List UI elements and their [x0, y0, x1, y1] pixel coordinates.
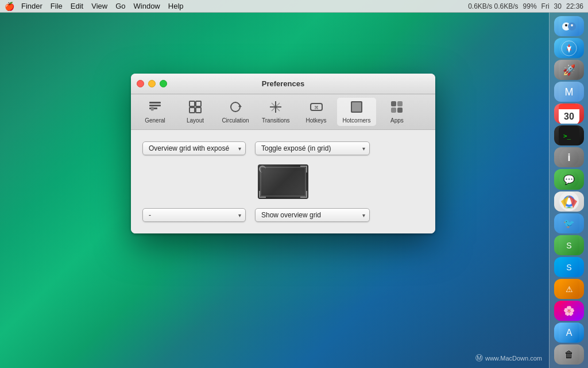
desktop: 🍎 Finder File Edit View Go Window Help 0…: [0, 0, 588, 368]
battery-indicator: 99%: [523, 2, 537, 10]
dock-safari[interactable]: [554, 38, 584, 58]
menu-file[interactable]: File: [51, 2, 63, 10]
svg-text:M: M: [564, 86, 573, 98]
window-title: Preferences: [262, 79, 304, 88]
menu-window[interactable]: Window: [134, 2, 160, 10]
dock-appstore[interactable]: A: [554, 323, 584, 343]
svg-rect-46: [189, 108, 195, 113]
day-label: Fri: [541, 2, 550, 10]
top-left-select[interactable]: Overview grid with exposé Show overview …: [142, 141, 246, 155]
maximize-button[interactable]: [160, 80, 167, 87]
tab-transitions[interactable]: Transitions: [256, 98, 296, 126]
svg-text:💬: 💬: [563, 174, 575, 185]
dock-skype[interactable]: S: [554, 257, 584, 277]
svg-point-4: [571, 24, 573, 26]
layout-icon: [188, 100, 202, 116]
top-right-select[interactable]: Toggle exposé (in grid) Show overview gr…: [255, 141, 370, 155]
clock: 22:36: [566, 2, 583, 10]
menubar: 🍎 Finder File Edit View Go Window Help 0…: [0, 0, 588, 13]
corner-bottom-right: [300, 191, 307, 198]
dock-chrome[interactable]: [554, 191, 584, 212]
bottom-right-select-wrapper[interactable]: Show overview grid Toggle exposé (in gri…: [255, 208, 370, 222]
tab-hotkeys[interactable]: ⌘ Hotkeys: [297, 98, 336, 126]
tab-hotcorners[interactable]: Hotcorners: [337, 98, 377, 126]
tab-hotcorners-label: Hotcorners: [343, 117, 371, 124]
menu-go[interactable]: Go: [115, 2, 125, 10]
svg-text:>_: >_: [563, 132, 571, 140]
tab-apps[interactable]: Apps: [377, 98, 416, 126]
svg-text:🌸: 🌸: [563, 305, 575, 316]
tab-hotkeys-label: Hotkeys: [305, 117, 326, 124]
tab-apps-label: Apps: [390, 117, 404, 124]
dock-messages[interactable]: S: [554, 235, 584, 255]
dock-warning[interactable]: ⚠: [554, 279, 584, 299]
bottom-dropdowns-row: - Show overview grid Expose None Show ov…: [142, 208, 424, 222]
bottom-left-select[interactable]: - Show overview grid Expose None: [142, 208, 246, 222]
svg-text:🐦: 🐦: [563, 218, 575, 229]
menu-view[interactable]: View: [91, 2, 107, 10]
transitions-icon: [269, 100, 283, 116]
dock-chat[interactable]: 💬: [554, 169, 584, 189]
hotcorners-icon: [350, 100, 363, 116]
svg-text:🚀: 🚀: [563, 64, 576, 76]
tab-general[interactable]: General: [136, 98, 175, 126]
svg-text:⌘: ⌘: [314, 104, 318, 112]
svg-text:🗑: 🗑: [564, 350, 574, 359]
svg-rect-45: [196, 101, 201, 106]
close-button[interactable]: [137, 80, 144, 87]
svg-rect-56: [352, 102, 361, 112]
svg-rect-47: [196, 108, 201, 113]
svg-text:⚠: ⚠: [565, 285, 572, 294]
svg-rect-58: [397, 101, 403, 106]
minimize-button[interactable]: [148, 80, 156, 87]
top-dropdowns-row: Overview grid with exposé Show overview …: [142, 141, 424, 155]
corner-top-left: [259, 166, 266, 172]
tab-layout[interactable]: Layout: [176, 98, 215, 126]
svg-text:A: A: [566, 328, 572, 338]
svg-text:S: S: [566, 241, 571, 250]
bottom-right-select[interactable]: Show overview grid Toggle exposé (in gri…: [255, 208, 370, 222]
svg-text:S: S: [566, 263, 571, 272]
tab-transitions-label: Transitions: [262, 117, 290, 124]
corner-top-right: [300, 166, 307, 172]
dock-calendar[interactable]: 30: [554, 103, 584, 124]
svg-rect-40: [149, 102, 161, 103]
svg-text:30: 30: [564, 112, 574, 121]
svg-rect-59: [391, 108, 396, 113]
corner-bottom-left: [259, 191, 266, 198]
dock-bird[interactable]: M: [554, 82, 584, 102]
tab-layout-label: Layout: [187, 117, 204, 124]
menu-finder[interactable]: Finder: [21, 2, 42, 10]
svg-point-3: [565, 24, 567, 26]
top-right-select-wrapper[interactable]: Toggle exposé (in grid) Show overview gr…: [255, 141, 370, 155]
dock-twitter[interactable]: 🐦: [554, 213, 584, 233]
hotcorner-preview: [258, 164, 308, 199]
hotkeys-icon: ⌘: [310, 100, 323, 116]
tab-circulation[interactable]: Circulation: [216, 98, 255, 126]
menu-help[interactable]: Help: [168, 2, 184, 10]
dock-info[interactable]: i: [554, 147, 584, 167]
dock-trash[interactable]: 🗑: [554, 344, 584, 365]
hotcorner-preview-area: [142, 164, 424, 199]
preferences-content: Overview grid with exposé Show overview …: [131, 130, 435, 233]
apple-menu[interactable]: 🍎: [5, 2, 14, 11]
apps-icon: [390, 100, 404, 116]
svg-rect-60: [397, 108, 403, 113]
svg-marker-48: [238, 105, 242, 107]
svg-text:i: i: [567, 152, 570, 163]
top-left-select-wrapper[interactable]: Overview grid with exposé Show overview …: [142, 141, 246, 155]
watermark: Ⓜwww.MacDown.com: [475, 353, 542, 363]
bottom-left-select-wrapper[interactable]: - Show overview grid Expose None: [142, 208, 246, 222]
dock-finder[interactable]: [554, 16, 584, 36]
dock-rocket[interactable]: 🚀: [554, 60, 584, 80]
dock-flower[interactable]: 🌸: [554, 301, 584, 321]
general-icon: [148, 100, 162, 116]
menu-edit[interactable]: Edit: [71, 2, 83, 10]
dock-terminal[interactable]: >_: [554, 125, 584, 145]
svg-rect-44: [189, 101, 195, 106]
svg-rect-43: [151, 107, 154, 110]
date-label: 30: [554, 2, 562, 10]
svg-rect-41: [149, 105, 161, 106]
tab-circulation-label: Circulation: [222, 117, 249, 124]
svg-rect-57: [391, 101, 396, 106]
